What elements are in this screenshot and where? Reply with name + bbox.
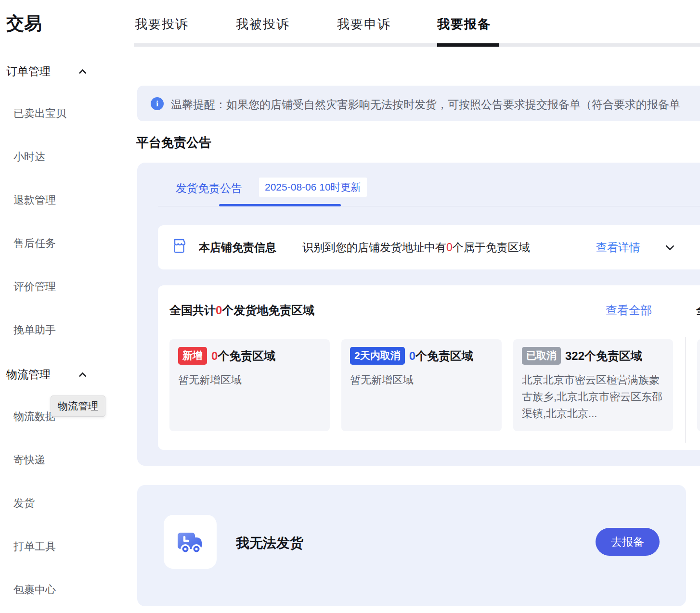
tab-i-want-to-report[interactable]: 我要报备: [437, 16, 491, 33]
region-card-header: 新增0个免责区域: [178, 347, 321, 365]
region-suffix: 个免责区域: [584, 349, 642, 362]
desc-count: 0: [446, 241, 453, 254]
desc-before: 识别到您的店铺发货地址中有: [302, 241, 446, 254]
sidebar: 交易 订单管理 已卖出宝贝 小时达 退款管理 售后任务 评价管理 挽单助手 物流…: [0, 0, 134, 613]
tab-shipping-disclaimer-notice[interactable]: 发货免责公告: [176, 181, 242, 196]
status-badge-cancelled: 已取消: [522, 347, 561, 365]
summary-title-after: 个发货地免责区域: [222, 304, 314, 317]
desc-after: 个属于免责区域: [453, 241, 530, 254]
sidebar-section-logistics-management[interactable]: 物流管理: [6, 367, 51, 382]
region-count: 0: [409, 349, 415, 362]
info-icon: i: [151, 97, 164, 110]
sidebar-item-refund-management[interactable]: 退款管理: [13, 193, 56, 207]
store-disclaimer-row: 本店铺免责信息 识别到您的店铺发货地址中有0个属于免责区域 查看详情: [158, 225, 700, 269]
seller-center-page: 交易 订单管理 已卖出宝贝 小时达 退款管理 售后任务 评价管理 挽单助手 物流…: [0, 0, 700, 613]
warm-reminder-banner: i 温馨提醒：如果您的店铺受自然灾害影响无法按时发货，可按照公告要求提交报备单（…: [137, 86, 700, 121]
clipped-right-text: 全: [696, 303, 700, 317]
region-suffix: 个免责区域: [218, 349, 275, 362]
sidebar-item-package-center[interactable]: 包裹中心: [13, 583, 56, 597]
tooltip-logistics-management: 物流管理: [51, 396, 105, 417]
active-tab-indicator: [437, 43, 499, 47]
sidebar-title: 交易: [6, 12, 42, 36]
status-badge-new: 新增: [178, 347, 207, 365]
sidebar-item-review-management[interactable]: 评价管理: [13, 280, 56, 294]
summary-title: 全国共计0个发货地免责区域: [169, 303, 314, 318]
region-suffix: 个免责区域: [415, 349, 473, 362]
view-all-link[interactable]: 查看全部: [606, 303, 652, 318]
summary-title-before: 全国共计: [169, 304, 216, 317]
tab-complained-against-me[interactable]: 我被投诉: [236, 16, 290, 33]
divider: [685, 337, 686, 443]
region-card-header: 已取消322个免责区域: [522, 347, 664, 365]
region-count: 0: [211, 349, 218, 362]
sidebar-item-aftersale-tasks[interactable]: 售后任务: [13, 236, 56, 251]
update-time-chip: 2025-08-06 10时更新: [259, 178, 367, 197]
sidebar-item-logistics-data[interactable]: 物流数据: [13, 409, 56, 424]
sidebar-item-sold-items[interactable]: 已卖出宝贝: [13, 106, 66, 121]
chevron-down-icon[interactable]: [665, 242, 674, 250]
cannot-ship-card: 我无法发货 去报备: [137, 485, 686, 606]
tab-i-want-to-appeal[interactable]: 我要申诉: [337, 16, 391, 33]
region-card-new: 新增0个免责区域 暂无新增区域: [169, 339, 330, 431]
truck-clock-icon: [175, 526, 206, 557]
store-disclaimer-desc: 识别到您的店铺发货地址中有0个属于免责区域: [302, 240, 530, 255]
region-card-cancelled: 已取消322个免责区域 北京北京市密云区檀营满族蒙古族乡,北京北京市密云区东邵渠…: [513, 339, 673, 431]
tab-underline-track: [134, 43, 700, 47]
sidebar-item-order-rescue[interactable]: 挽单助手: [13, 323, 56, 337]
region-count: 322: [565, 349, 584, 362]
national-summary-card: 全国共计0个发货地免责区域 查看全部 全 新增0个免责区域 暂无新增区域 2天内…: [158, 285, 700, 450]
banner-text: 温馨提醒：如果您的店铺受自然灾害影响无法按时发货，可按照公告要求提交报备单（符合…: [171, 97, 680, 112]
truck-icon-tile: [164, 515, 217, 569]
region-card-cancel-2days: 2天内取消0个免责区域 暂无新增区域: [341, 339, 502, 431]
tab-i-want-to-complain[interactable]: 我要投诉: [135, 16, 189, 33]
active-subtab-indicator: [219, 204, 341, 206]
region-card-header: 2天内取消0个免责区域: [350, 347, 493, 365]
summary-title-count: 0: [216, 304, 222, 317]
region-card-body: 暂无新增区域: [350, 371, 493, 388]
go-report-button[interactable]: 去报备: [596, 528, 660, 556]
sidebar-section-order-management[interactable]: 订单管理: [6, 64, 51, 79]
region-card-body: 暂无新增区域: [178, 371, 321, 388]
region-card-body: 北京北京市密云区檀营满族蒙古族乡,北京北京市密云区东邵渠镇,北京北京...: [522, 371, 664, 422]
page-title: 平台免责公告: [136, 134, 211, 151]
sidebar-item-hourly-delivery[interactable]: 小时达: [13, 150, 45, 164]
storefront-icon: [172, 239, 186, 254]
region-card-clipped: [697, 339, 700, 431]
status-badge-cancel-2days: 2天内取消: [350, 347, 405, 365]
disclaimer-notice-card: 发货免责公告 2025-08-06 10时更新 本店铺免责信息 识别到您的店铺发…: [137, 163, 700, 466]
view-details-link[interactable]: 查看详情: [596, 240, 640, 255]
chevron-up-icon[interactable]: [79, 69, 87, 77]
cannot-ship-title: 我无法发货: [236, 534, 303, 552]
sidebar-item-send-express[interactable]: 寄快递: [13, 453, 45, 467]
sidebar-item-ship-goods[interactable]: 发货: [13, 496, 35, 511]
chevron-up-icon[interactable]: [79, 372, 87, 380]
store-disclaimer-title: 本店铺免责信息: [199, 240, 276, 255]
sidebar-item-print-tools[interactable]: 打单工具: [13, 539, 56, 554]
